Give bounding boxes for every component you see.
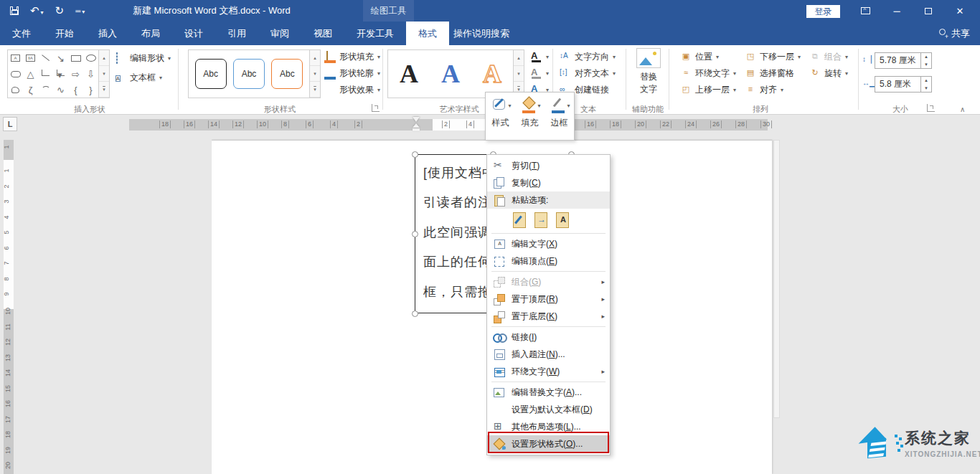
- vertical-ruler[interactable]: 1123456789101112131415161718192021: [4, 140, 14, 474]
- wordart-preset-2[interactable]: A: [441, 59, 460, 89]
- size-dialog-launcher-icon[interactable]: [927, 104, 935, 112]
- lightbulb-icon: [439, 29, 448, 38]
- tab-开始[interactable]: 开始: [43, 22, 86, 45]
- ribbon-display-options-button[interactable]: [849, 0, 881, 22]
- selection-handle[interactable]: [412, 151, 418, 158]
- menu-item-编辑顶点E[interactable]: 编辑顶点(E): [487, 252, 610, 270]
- arrow-se-shape-icon[interactable]: ↘: [53, 50, 68, 66]
- rrect-shape-icon[interactable]: [8, 66, 23, 82]
- menu-item-设置形状格式O[interactable]: 设置形状格式(O)...: [487, 435, 610, 452]
- text-outline-button[interactable]: A▾: [531, 67, 549, 79]
- curve-shape-icon[interactable]: ∿: [53, 82, 68, 98]
- arrange-旋转-button[interactable]: ↻旋转▾: [809, 67, 848, 80]
- tab-文件[interactable]: 文件: [0, 22, 43, 45]
- text-direction-button[interactable]: ↕A 文字方向▾: [560, 51, 616, 63]
- width-spinner[interactable]: ▲▼: [920, 77, 931, 92]
- close-button[interactable]: ✕: [944, 0, 976, 22]
- text-fill-button[interactable]: A▾: [531, 51, 549, 62]
- undo-icon[interactable]: ↶▾: [30, 4, 44, 17]
- line-shape-icon[interactable]: [38, 50, 53, 66]
- mini-填充-button[interactable]: ▾填充: [515, 93, 545, 140]
- menu-item-设置为默认文本框D[interactable]: 设置为默认文本框(D): [487, 401, 610, 418]
- tab-引用[interactable]: 引用: [215, 22, 258, 45]
- arrow-right-shape-icon[interactable]: ⇨: [68, 66, 83, 82]
- triangle-shape-icon[interactable]: △: [23, 66, 38, 82]
- wordart-preset-1[interactable]: A: [400, 59, 418, 89]
- shape-effects-button[interactable]: 形状效果▾: [324, 84, 380, 96]
- vertical-scrollbar[interactable]: [773, 140, 780, 418]
- edit-shape-button[interactable]: 编辑形状▾: [115, 52, 171, 65]
- height-spinner[interactable]: ▲▼: [920, 53, 931, 68]
- arrange-上移一层-button[interactable]: ◰上移一层▾: [680, 84, 736, 96]
- shape-style-scroll[interactable]: ▴▾▾: [310, 49, 321, 98]
- shape-height-field[interactable]: 5.78 厘米 ▲▼: [875, 52, 932, 69]
- tell-me-search[interactable]: 操作说明搜索: [432, 22, 517, 45]
- arrange-下移一层-button[interactable]: ◳下移一层▾: [745, 51, 801, 63]
- shape-style-preset-2[interactable]: Abc: [233, 59, 265, 89]
- menu-item-置于顶层R[interactable]: 置于顶层(R)▸: [487, 290, 610, 308]
- share-button[interactable]: 共享: [937, 22, 970, 45]
- indent-markers[interactable]: [412, 117, 420, 134]
- arrange-位置-button[interactable]: ▣位置▾: [680, 51, 719, 63]
- scribble-shape-icon[interactable]: ζ: [23, 82, 38, 98]
- redo-icon[interactable]: ↻: [55, 4, 65, 17]
- tab-视图[interactable]: 视图: [301, 22, 344, 45]
- sign-in-button[interactable]: 登录: [806, 5, 840, 18]
- brace-right-shape-icon[interactable]: }: [83, 82, 98, 98]
- selection-handle[interactable]: [412, 231, 418, 237]
- rect-shape-icon[interactable]: [68, 50, 83, 66]
- paste-option-merge-formatting-icon[interactable]: [533, 212, 550, 228]
- arrow-down-shape-icon[interactable]: ⇩: [83, 66, 98, 82]
- menu-item-复制C[interactable]: 复制(C): [487, 174, 610, 191]
- tab-布局[interactable]: 布局: [129, 22, 172, 45]
- wordart-scroll[interactable]: ▴▾▾: [514, 49, 524, 98]
- menu-item-剪切T[interactable]: 剪切(T): [487, 157, 610, 174]
- shape-outline-button[interactable]: 形状轮廓▾: [324, 67, 380, 80]
- restore-button[interactable]: [913, 0, 944, 22]
- menu-item-插入题注N[interactable]: 插入题注(N)...: [487, 346, 610, 363]
- tab-stop-selector[interactable]: L: [3, 117, 17, 131]
- shape-width-field[interactable]: 5.8 厘米 ▲▼: [875, 76, 932, 93]
- text-box-button[interactable]: A 文本框▾: [115, 72, 162, 84]
- selection-handle[interactable]: [412, 311, 418, 317]
- shape-style-preset-1[interactable]: Abc: [195, 59, 227, 89]
- mini-边框-button[interactable]: ▾边框: [545, 93, 574, 140]
- tab-插入[interactable]: 插入: [86, 22, 129, 45]
- collapse-ribbon-icon[interactable]: ∧: [960, 105, 965, 113]
- minimize-button[interactable]: ─: [881, 0, 913, 22]
- arrange-环绕文字-button[interactable]: ≈环绕文字▾: [680, 67, 736, 80]
- shape-style-preset-3[interactable]: Abc: [271, 59, 303, 89]
- horizontal-ruler[interactable]: 1816141210864224141618202224262830: [129, 119, 768, 131]
- freeform-shape-icon[interactable]: [8, 82, 23, 98]
- textbox-h-shape-icon[interactable]: A: [8, 50, 23, 66]
- menu-item-编辑文字X[interactable]: 编辑文字(X): [487, 235, 610, 252]
- customize-qat-icon[interactable]: ═▾: [75, 7, 85, 15]
- elbow-arrow-shape-icon[interactable]: ▾: [53, 66, 68, 82]
- menu-item-链接I[interactable]: 链接(I): [487, 328, 610, 346]
- tab-审阅[interactable]: 审阅: [258, 22, 301, 45]
- menu-item-环绕文字W[interactable]: 环绕文字(W)▸: [487, 363, 610, 380]
- alt-text-button[interactable]: 替换 文字: [630, 48, 667, 103]
- shape-gallery-scroll[interactable]: ▴▾▾: [99, 49, 110, 98]
- menu-item-其他布局选项L[interactable]: 其他布局选项(L)...: [487, 418, 610, 435]
- brace-left-shape-icon[interactable]: {: [68, 82, 83, 98]
- paste-option-keep-text-only-icon[interactable]: [555, 212, 572, 228]
- shape-styles-dialog-launcher-icon[interactable]: [372, 104, 380, 112]
- wordart-preset-3[interactable]: A: [483, 59, 501, 89]
- align-text-button[interactable]: [↕] 对齐文本▾: [560, 67, 616, 80]
- tab-设计[interactable]: 设计: [172, 22, 215, 45]
- arrange-对齐-button[interactable]: ≡对齐▾: [745, 84, 783, 96]
- arc-shape-icon[interactable]: [38, 82, 53, 98]
- textbox-v-shape-icon[interactable]: ‖A: [23, 50, 38, 66]
- paste-option-keep-source-formatting-icon[interactable]: [512, 212, 529, 228]
- arrange-选择窗格-button[interactable]: ▤选择窗格: [745, 67, 794, 80]
- mini-样式-button[interactable]: ▾样式: [486, 93, 515, 140]
- paste-icon: [493, 194, 506, 207]
- tab-开发工具[interactable]: 开发工具: [344, 22, 406, 45]
- shape-fill-button[interactable]: 形状填充▾: [324, 51, 380, 63]
- elbow-shape-icon[interactable]: [38, 66, 53, 82]
- save-icon[interactable]: [10, 6, 19, 15]
- menu-item-编辑替换文字A[interactable]: 编辑替换文字(A)...: [487, 384, 610, 401]
- oval-shape-icon[interactable]: [83, 50, 98, 66]
- menu-item-置于底层K[interactable]: 置于底层(K)▸: [487, 308, 610, 325]
